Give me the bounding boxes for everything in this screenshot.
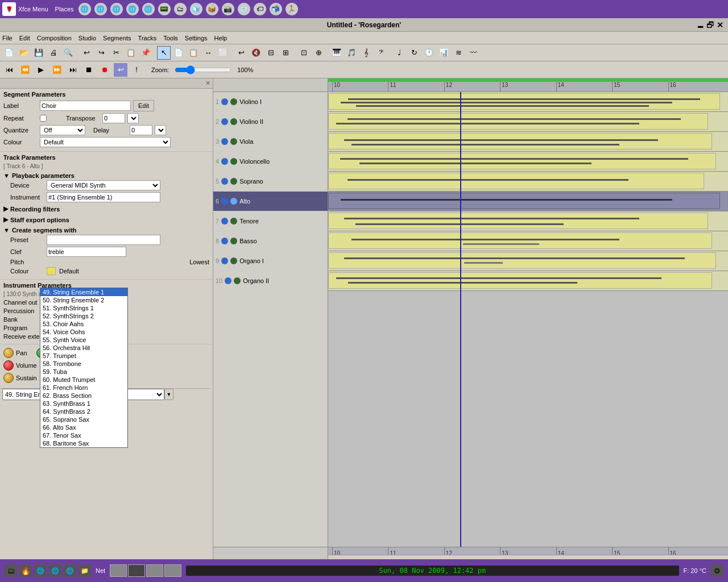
sb-browser-icon[interactable]: 🌐 <box>49 564 61 577</box>
menu-help[interactable]: Help <box>214 35 228 41</box>
dd-item-53[interactable]: 53. Choir Aahs <box>40 320 127 328</box>
desktop-1[interactable] <box>110 564 127 577</box>
segment-4[interactable] <box>328 153 716 169</box>
nav-icon-fm[interactable]: 🗂 <box>174 3 187 15</box>
desktop-4[interactable] <box>164 564 181 577</box>
rewind-btn[interactable]: ⏪ <box>18 63 32 77</box>
label-input[interactable] <box>40 101 131 111</box>
dd-item-64[interactable]: 64. SynthBrass 2 <box>40 408 127 415</box>
track-row-6[interactable]: 6 Alto <box>213 192 328 211</box>
track-row-4[interactable]: 4 Violoncello <box>213 152 328 172</box>
nav-icon-cd[interactable]: 💿 <box>238 3 250 15</box>
delay-input[interactable] <box>130 125 152 135</box>
join-btn[interactable]: ⊞ <box>279 46 292 60</box>
dd-item-50[interactable]: 50. String Ensemble 2 <box>40 296 127 304</box>
nav-icon-terminal[interactable]: 📟 <box>158 3 171 15</box>
lane-3[interactable] <box>328 132 728 152</box>
note-btn[interactable]: 🎵 <box>345 46 358 60</box>
track-row-2[interactable]: 2 Violino II <box>213 112 328 132</box>
sb-fm-icon[interactable]: 🗂 <box>5 564 17 577</box>
go-start-btn[interactable]: ⏮ <box>2 63 16 77</box>
move-btn[interactable]: ↔ <box>201 46 215 60</box>
sb-settings-icon[interactable]: ⚙ <box>711 564 723 577</box>
resize-btn[interactable]: ⬜ <box>216 46 230 60</box>
lane-4[interactable] <box>328 152 728 172</box>
lane-6-selected[interactable] <box>328 192 728 211</box>
ff-btn[interactable]: ⏩ <box>50 63 64 77</box>
segment-8[interactable] <box>328 232 712 249</box>
volume-knob[interactable] <box>3 360 14 371</box>
playback-params-header[interactable]: ▼ Playback parameters <box>3 171 209 180</box>
transpose-input[interactable] <box>102 113 125 123</box>
desktop-2[interactable] <box>128 564 145 577</box>
wave-btn[interactable]: 〰 <box>466 46 480 60</box>
eq-btn[interactable]: ≋ <box>452 46 465 60</box>
lane-1[interactable] <box>328 92 728 112</box>
lane-5[interactable] <box>328 172 728 192</box>
dd-item-49[interactable]: 49. String Ensemble 1 <box>40 288 127 296</box>
track-row-3[interactable]: 3 Viola <box>213 132 328 152</box>
xfce-menu[interactable]: Xfce Menu <box>18 6 48 13</box>
dd-item-62[interactable]: 62. Brass Section <box>40 392 127 400</box>
new-btn[interactable]: 📄 <box>2 46 16 60</box>
minimize-btn[interactable]: 🗕 <box>696 20 704 30</box>
nav-icon-cam[interactable]: 📸 <box>222 3 234 15</box>
menu-composition[interactable]: Composition <box>37 35 72 41</box>
nav-icon-1[interactable]: 🌐 <box>78 3 91 15</box>
dd-item-59[interactable]: 59. Tuba <box>40 368 127 376</box>
menu-file[interactable]: File <box>2 35 13 41</box>
desktop-3[interactable] <box>146 564 163 577</box>
dd-item-61[interactable]: 61. French Horn <box>40 384 127 392</box>
pan-knob[interactable] <box>3 348 14 358</box>
vumeter-btn[interactable]: 📊 <box>437 46 450 60</box>
quantize-btn[interactable]: ⊡ <box>297 46 311 60</box>
segment-2[interactable] <box>328 113 708 130</box>
dd-item-57[interactable]: 57. Trumpet <box>40 352 127 360</box>
repeat-checkbox[interactable] <box>40 115 47 122</box>
record-btn[interactable]: ⏺ <box>98 63 111 77</box>
segment-10[interactable] <box>328 272 712 289</box>
clef-btn[interactable]: 𝄞 <box>359 46 373 60</box>
nav-icon-tag[interactable]: 🏷 <box>254 3 266 15</box>
recording-filters-header[interactable]: ▶ Recording filters <box>3 204 209 214</box>
dd-item-63[interactable]: 63. SynthBrass 1 <box>40 400 127 408</box>
colour-select[interactable]: Default <box>40 137 171 147</box>
select-btn[interactable]: ↖ <box>157 46 171 60</box>
delay-select[interactable]: ▼ <box>155 125 166 135</box>
transpose-btn[interactable]: ⊕ <box>312 46 325 60</box>
lane-8[interactable] <box>328 231 728 251</box>
sustain-knob[interactable] <box>3 373 14 383</box>
nav-icon-3d[interactable]: 🧊 <box>190 3 202 15</box>
maximize-btn[interactable]: 🗗 <box>706 20 714 30</box>
lane-2[interactable] <box>328 112 728 132</box>
track-row-1[interactable]: 1 Violino I <box>213 92 328 112</box>
doc-btn[interactable]: 📋 <box>187 46 200 60</box>
track-row-7[interactable]: 7 Tenore <box>213 211 328 231</box>
page-btn[interactable]: 📄 <box>172 46 185 60</box>
copy-btn[interactable]: 📋 <box>124 46 138 60</box>
dd-item-68[interactable]: 68. Baritone Sax <box>40 439 127 447</box>
print-btn[interactable]: 🖨 <box>47 46 60 60</box>
loop-transport-btn[interactable]: ↩ <box>114 63 127 77</box>
hscroll-bar[interactable] <box>328 555 728 559</box>
nav-icon-run[interactable]: 🏃 <box>286 3 298 15</box>
lane-9[interactable] <box>328 251 728 271</box>
dd-item-52[interactable]: 52. SynthStrings 2 <box>40 312 127 320</box>
undo-btn[interactable]: ↩ <box>80 46 93 60</box>
quantize-select[interactable]: Off <box>40 125 85 135</box>
play-btn[interactable]: ▶ <box>34 63 48 77</box>
sb-net-icon[interactable]: 🌐 <box>34 564 47 577</box>
tempo-btn[interactable]: ♩ <box>392 46 406 60</box>
nav-icon-mail[interactable]: 📬 <box>270 3 282 15</box>
track-row-10[interactable]: 10 Organo II <box>213 271 328 291</box>
edit-button[interactable]: Edit <box>133 100 154 111</box>
nav-icon-pkg[interactable]: 📦 <box>206 3 218 15</box>
zoom-slider[interactable] <box>175 65 231 74</box>
menu-segments[interactable]: Segments <box>103 35 131 41</box>
track-row-9[interactable]: 9 Organo I <box>213 251 328 271</box>
instrument-input[interactable] <box>47 192 160 202</box>
segment-6[interactable] <box>328 193 720 209</box>
preset-input[interactable] <box>47 235 160 245</box>
loop-btn[interactable]: ↩ <box>234 46 248 60</box>
clef-input[interactable] <box>47 247 126 257</box>
